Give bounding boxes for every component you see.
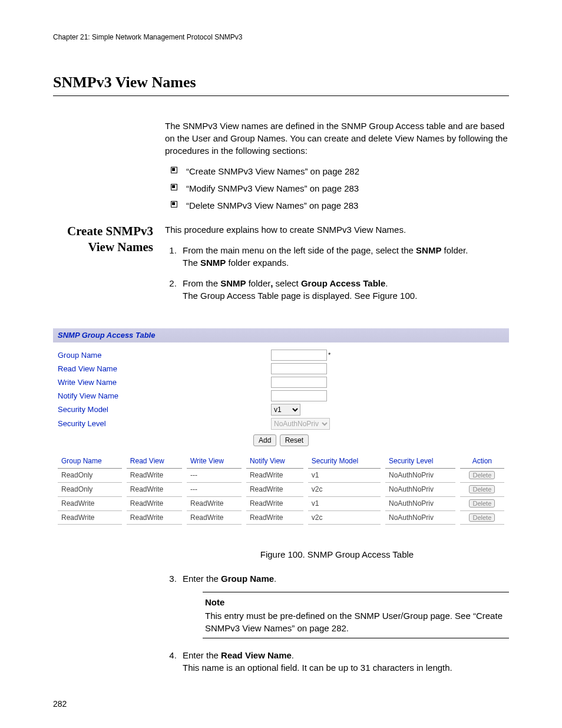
page-number: 282 [53, 699, 67, 710]
table-cell: ReadWrite [58, 497, 122, 511]
table-cell: ReadWrite [127, 497, 182, 511]
figure-header: SNMP Group Access Table [53, 328, 509, 342]
label-security-level: Security Level [53, 419, 271, 429]
bullet-item: “Create SNMPv3 View Names” on page 282 [186, 166, 359, 176]
th-security-model: Security Model [308, 454, 381, 469]
bullet-icon [171, 184, 177, 190]
figure-100: SNMP Group Access Table Group Name * Rea… [53, 328, 509, 525]
th-security-level: Security Level [385, 454, 455, 469]
table-cell: NoAuthNoPriv [385, 511, 455, 525]
table-cell: ReadOnly [58, 469, 122, 483]
th-write-view: Write View [187, 454, 242, 469]
table-row: ReadOnlyReadWrite---ReadWritev1NoAuthNoP… [58, 469, 504, 483]
add-button[interactable]: Add [253, 434, 276, 446]
input-group-name[interactable] [271, 350, 327, 361]
table-cell: v2c [308, 483, 381, 497]
bullet-icon [171, 201, 177, 207]
table-cell: ReadWrite [58, 511, 122, 525]
table-cell: ReadOnly [58, 483, 122, 497]
delete-button[interactable]: Delete [469, 499, 495, 508]
sub-heading: Create SNMPv3 View Names [53, 223, 153, 256]
table-cell-action: Delete [460, 469, 504, 483]
label-notify-view: Notify View Name [53, 391, 271, 401]
table-cell: ReadWrite [246, 497, 303, 511]
table-cell: ReadWrite [246, 511, 303, 525]
section-title: SNMPv3 View Names [53, 72, 509, 93]
select-security-model[interactable]: v1 [271, 404, 300, 416]
label-security-model: Security Model [53, 404, 271, 415]
table-cell: v1 [308, 497, 381, 511]
table-cell-action: Delete [460, 511, 504, 525]
section-rule [53, 95, 509, 96]
bullet-item: “Modify SNMPv3 View Names” on page 283 [186, 183, 359, 193]
required-asterisk-icon: * [327, 351, 330, 360]
input-read-view[interactable] [271, 363, 327, 374]
table-cell: NoAuthNoPriv [385, 497, 455, 511]
th-notify-view: Notify View [246, 454, 303, 469]
table-row: ReadOnlyReadWrite---ReadWritev2cNoAuthNo… [58, 483, 504, 497]
table-cell: --- [187, 483, 242, 497]
note-body: This entry must be pre-defined on the SN… [205, 610, 507, 634]
table-cell: ReadWrite [246, 469, 303, 483]
table-cell-action: Delete [460, 497, 504, 511]
table-cell: --- [187, 469, 242, 483]
table-cell: ReadWrite [127, 483, 182, 497]
table-cell: ReadWrite [187, 497, 242, 511]
table-cell: ReadWrite [127, 469, 182, 483]
th-action: Action [460, 454, 504, 469]
label-write-view: Write View Name [53, 377, 271, 388]
delete-button[interactable]: Delete [469, 485, 495, 493]
label-read-view: Read View Name [53, 364, 271, 374]
intro-paragraph: The SNMPv3 View names are defined in the… [165, 120, 509, 157]
group-access-table: Group Name Read View Write View Notify V… [53, 454, 509, 525]
input-notify-view[interactable] [271, 390, 327, 401]
step-1: From the main menu on the left side of t… [179, 244, 509, 269]
bullet-list: “Create SNMPv3 View Names” on page 282 “… [171, 165, 509, 212]
bullet-item: “Delete SNMPv3 View Names” on page 283 [186, 200, 358, 210]
step-2: From the SNMP folder, select Group Acces… [179, 277, 509, 302]
table-row: ReadWriteReadWriteReadWriteReadWritev2cN… [58, 511, 504, 525]
bullet-icon [171, 167, 177, 173]
table-cell: NoAuthNoPriv [385, 483, 455, 497]
table-cell-action: Delete [460, 483, 504, 497]
th-group-name: Group Name [58, 454, 122, 469]
note-block: Note This entry must be pre-defined on t… [203, 592, 509, 638]
table-cell: ReadWrite [246, 483, 303, 497]
step-4: Enter the Read View Name. This name is a… [179, 649, 509, 674]
delete-button[interactable]: Delete [469, 513, 495, 522]
table-cell: NoAuthNoPriv [385, 469, 455, 483]
table-cell: ReadWrite [127, 511, 182, 525]
table-cell: ReadWrite [187, 511, 242, 525]
sub-intro: This procedure explains how to create SN… [165, 223, 509, 236]
figure-caption: Figure 100. SNMP Group Access Table [165, 548, 509, 561]
input-write-view[interactable] [271, 377, 327, 388]
select-security-level[interactable]: NoAuthNoPriv [271, 418, 330, 430]
chapter-header: Chapter 21: Simple Network Management Pr… [53, 32, 509, 42]
note-title: Note [205, 596, 507, 608]
table-row: ReadWriteReadWriteReadWriteReadWritev1No… [58, 497, 504, 511]
label-group-name: Group Name [53, 350, 271, 361]
step-3: Enter the Group Name. Note This entry mu… [179, 572, 509, 638]
table-cell: v1 [308, 469, 381, 483]
th-read-view: Read View [127, 454, 182, 469]
table-cell: v2c [308, 511, 381, 525]
reset-button[interactable]: Reset [280, 434, 309, 446]
delete-button[interactable]: Delete [469, 471, 495, 479]
